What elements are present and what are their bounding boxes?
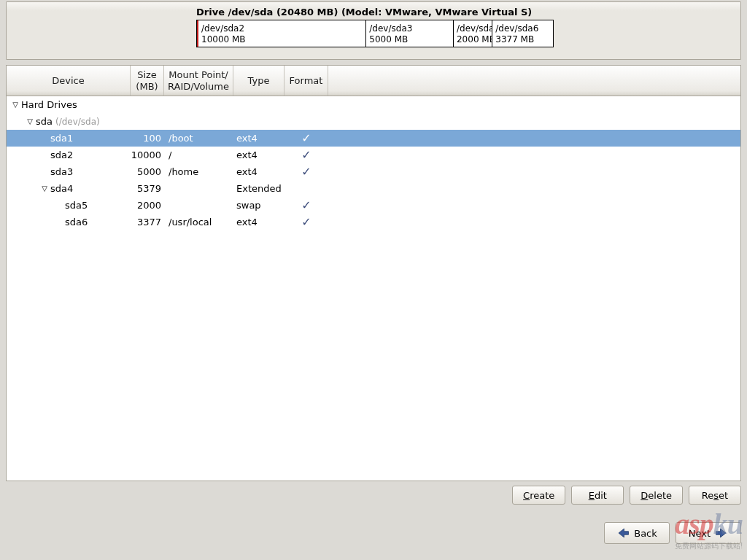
partition-name: sda1: [50, 133, 73, 144]
nav-button-row: Back Back Next Next: [604, 522, 741, 544]
partition-format: ✓: [285, 217, 328, 228]
drive-usage-bar: /dev/sda210000 MB/dev/sda35000 MB/dev/sd…: [196, 20, 554, 47]
arrow-left-icon: [616, 526, 630, 540]
back-button[interactable]: Back Back: [604, 522, 670, 544]
tree-root-hard-drives[interactable]: ▽ Hard Drives: [7, 96, 740, 113]
table-header: Device Size (MB) Mount Point/ RAID/Volum…: [7, 66, 740, 96]
expander-icon[interactable]: ▽: [24, 116, 36, 128]
tree-root-label: Hard Drives: [21, 99, 77, 110]
partition-size: 5000: [131, 166, 164, 177]
partition-mount: /home: [164, 166, 233, 177]
partition-name: sda5: [65, 200, 88, 211]
partition-mount: /boot: [164, 133, 233, 144]
column-header-type[interactable]: Type: [233, 66, 285, 96]
partition-row[interactable]: sda52000swap✓: [7, 197, 740, 214]
tree-disk-hint: (/dev/sda): [55, 117, 100, 127]
partition-mount: /usr/local: [164, 217, 233, 228]
column-header-device[interactable]: Device: [7, 66, 131, 96]
drive-summary-panel: Drive /dev/sda (20480 MB) (Model: VMware…: [6, 1, 741, 60]
action-button-row: Create Edit Delete Reset: [512, 486, 741, 505]
checkmark-icon: ✓: [301, 215, 311, 229]
partition-name: sda6: [65, 217, 88, 228]
partition-name: sda3: [50, 166, 73, 177]
partition-name: sda2: [50, 149, 73, 160]
expander-icon[interactable]: ▽: [39, 183, 50, 195]
arrow-right-icon: [715, 526, 728, 540]
partition-row[interactable]: ▽sda45379Extended: [7, 180, 740, 197]
partition-type: ext4: [233, 166, 285, 177]
partition-format: ✓: [285, 133, 328, 144]
partition-size: 100: [131, 133, 164, 144]
partition-size: 2000: [131, 200, 164, 211]
svg-marker-1: [716, 529, 727, 537]
checkmark-icon: ✓: [301, 165, 311, 179]
partition-row[interactable]: sda63377/usr/localext4✓: [7, 214, 740, 230]
partition-mount: /: [164, 149, 233, 160]
tree-disk-label: sda: [36, 116, 53, 127]
drive-title: Drive /dev/sda (20480 MB) (Model: VMware…: [196, 7, 532, 18]
table-body[interactable]: ▽ Hard Drives ▽ sda (/dev/sda) sda1100/b…: [7, 96, 740, 481]
partition-size: 3377: [131, 217, 164, 228]
drive-segment[interactable]: /dev/sda63377 MB: [492, 20, 553, 47]
checkmark-icon: ✓: [301, 198, 311, 212]
partition-format: ✓: [285, 149, 328, 161]
svg-marker-0: [619, 529, 629, 537]
partition-row[interactable]: sda210000/ext4✓: [7, 147, 740, 163]
expander-icon[interactable]: ▽: [9, 99, 21, 111]
column-header-mount[interactable]: Mount Point/ RAID/Volume: [164, 66, 233, 96]
column-header-format[interactable]: Format: [285, 66, 328, 96]
delete-button[interactable]: Delete: [630, 486, 683, 505]
partition-type: swap: [233, 200, 285, 211]
partition-row[interactable]: sda1100/bootext4✓: [7, 130, 740, 147]
partition-type: ext4: [233, 149, 285, 160]
partition-format: ✓: [285, 200, 328, 211]
edit-button[interactable]: Edit: [571, 486, 624, 505]
partition-name: sda4: [50, 183, 73, 194]
partition-format: ✓: [285, 166, 328, 178]
drive-segment[interactable]: /dev/sda210000 MB: [197, 20, 366, 47]
checkmark-icon: ✓: [301, 131, 311, 145]
partition-type: ext4: [233, 133, 285, 144]
partition-type: ext4: [233, 217, 285, 228]
reset-button[interactable]: Reset: [689, 486, 741, 505]
column-header-size[interactable]: Size (MB): [131, 66, 164, 96]
drive-segment[interactable]: /dev/sda52000 MB: [454, 20, 492, 47]
partition-size: 10000: [131, 149, 164, 160]
tree-disk-sda[interactable]: ▽ sda (/dev/sda): [7, 113, 740, 130]
partition-size: 5379: [131, 183, 164, 194]
partition-row[interactable]: sda35000/homeext4✓: [7, 163, 740, 180]
partition-table-panel: Device Size (MB) Mount Point/ RAID/Volum…: [6, 65, 741, 481]
partition-type: Extended: [233, 183, 285, 194]
create-button[interactable]: Create: [512, 486, 565, 505]
checkmark-icon: ✓: [301, 148, 311, 162]
next-button[interactable]: Next Next: [676, 522, 741, 544]
drive-segment[interactable]: /dev/sda35000 MB: [366, 20, 454, 47]
